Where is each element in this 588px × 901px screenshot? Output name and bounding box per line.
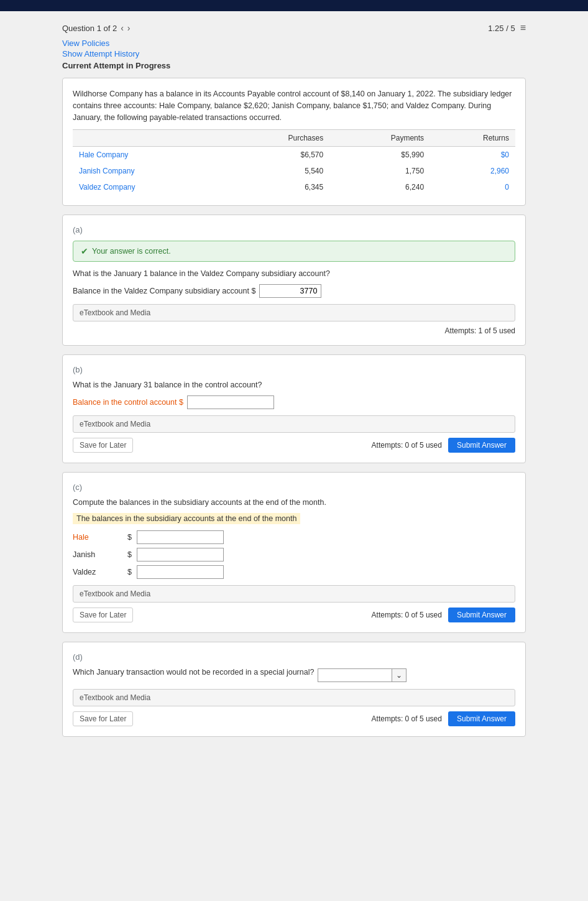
checkmark-icon: ✔ [81, 246, 88, 256]
table-row: Valdez Company 6,345 6,240 0 [73, 179, 515, 195]
section-a-answer-row: Balance in the Valdez Company subsidiary… [73, 284, 515, 298]
section-c-valdez-label: Valdez [73, 568, 122, 576]
hale-returns: $0 [430, 147, 515, 164]
section-b-footer: Save for Later Attempts: 0 of 5 used Sub… [73, 438, 515, 453]
company-hale: Hale Company [73, 147, 224, 164]
section-c-right-group: Attempts: 0 of 5 used Submit Answer [372, 608, 515, 622]
problem-description: Wildhorse Company has a balance in its A… [73, 88, 515, 123]
janish-payments: 1,750 [329, 163, 430, 179]
section-d-question: Which January transaction would not be r… [73, 668, 314, 677]
section-a-card: (a) ✔ Your answer is correct. What is th… [62, 215, 526, 346]
section-c-hale-row: Hale $ [73, 530, 515, 544]
section-c-card: (c) Compute the balances in the subsidia… [62, 472, 526, 633]
section-a-answer-label: Balance in the Valdez Company subsidiary… [73, 287, 255, 295]
section-c-valdez-input[interactable] [137, 565, 224, 579]
section-c-hale-label: Hale [73, 533, 122, 542]
section-b-etextbook[interactable]: eTextbook and Media [73, 415, 515, 433]
col-header-returns: Returns [430, 130, 515, 147]
question-nav: Question 1 of 2 ‹ › [62, 23, 131, 33]
section-a-etextbook[interactable]: eTextbook and Media [73, 304, 515, 321]
section-b-submit[interactable]: Submit Answer [448, 438, 515, 453]
section-c-label: (c) [73, 483, 515, 492]
valdez-payments: 6,240 [329, 179, 430, 195]
section-b-input[interactable] [187, 395, 274, 409]
section-d-submit[interactable]: Submit Answer [448, 711, 515, 726]
problem-table: Purchases Payments Returns Hale Company … [73, 129, 515, 195]
section-b-card: (b) What is the January 31 balance in th… [62, 354, 526, 463]
view-policies-link[interactable]: View Policies [62, 39, 526, 48]
section-d-footer: Save for Later Attempts: 0 of 5 used Sub… [73, 711, 515, 726]
current-attempt-label: Current Attempt in Progress [62, 61, 526, 70]
section-c-hale-input[interactable] [137, 530, 224, 544]
hale-purchases: $6,570 [224, 147, 329, 164]
section-a-label: (a) [73, 225, 515, 234]
section-c-submit[interactable]: Submit Answer [448, 608, 515, 622]
section-a-question: What is the January 1 balance in the Val… [73, 269, 515, 278]
table-row: Hale Company $6,570 $5,990 $0 [73, 147, 515, 164]
section-d-save-later[interactable]: Save for Later [73, 711, 133, 726]
section-c-question: Compute the balances in the subsidiary a… [73, 498, 515, 507]
section-d-question-row: Which January transaction would not be r… [73, 668, 515, 683]
col-header-payments: Payments [329, 130, 430, 147]
valdez-purchases: 6,345 [224, 179, 329, 195]
question-label: Question 1 of 2 [62, 24, 117, 33]
section-d-card: (d) Which January transaction would not … [62, 642, 526, 737]
section-a-input[interactable] [259, 284, 321, 298]
show-attempt-link[interactable]: Show Attempt History [62, 49, 526, 58]
section-c-etextbook[interactable]: eTextbook and Media [73, 585, 515, 603]
section-c-save-later[interactable]: Save for Later [73, 608, 133, 622]
section-c-sub-label: The balances in the subsidiary accounts … [73, 513, 300, 524]
section-b-question: What is the January 31 balance in the co… [73, 381, 515, 389]
section-c-janish-input[interactable] [137, 548, 224, 561]
section-c-janish-dollar: $ [127, 550, 132, 559]
section-a-attempts: Attempts: 1 of 5 used [445, 326, 515, 335]
score-value: 1.25 / 5 [488, 24, 515, 33]
section-b-right-group: Attempts: 0 of 5 used Submit Answer [372, 438, 515, 453]
section-d-dropdown-input[interactable] [318, 668, 392, 682]
company-valdez: Valdez Company [73, 179, 224, 195]
correct-banner: ✔ Your answer is correct. [73, 241, 515, 262]
section-c-janish-label: Janish [73, 550, 122, 559]
janish-returns: 2,960 [430, 163, 515, 179]
col-header-company [73, 130, 224, 147]
section-b-save-later[interactable]: Save for Later [73, 438, 133, 453]
section-d-dropdown-wrapper: ⌄ [318, 668, 407, 682]
section-b-attempts: Attempts: 0 of 5 used [372, 441, 442, 450]
section-b-answer-label: Balance in the control account $ [73, 398, 183, 407]
section-a-footer: Attempts: 1 of 5 used [73, 326, 515, 335]
correct-message: Your answer is correct. [92, 247, 171, 256]
section-c-janish-row: Janish $ [73, 548, 515, 561]
section-c-valdez-row: Valdez $ [73, 565, 515, 579]
hale-payments: $5,990 [329, 147, 430, 164]
janish-purchases: 5,540 [224, 163, 329, 179]
question-score: 1.25 / 5 ≡ [488, 22, 526, 34]
section-d-etextbook[interactable]: eTextbook and Media [73, 689, 515, 706]
section-b-answer-row: Balance in the control account $ [73, 395, 515, 409]
section-d-dropdown-arrow[interactable]: ⌄ [392, 668, 407, 682]
page-wrapper: Question 1 of 2 ‹ › 1.25 / 5 ≡ View Poli… [0, 11, 588, 764]
section-d-right-group: Attempts: 0 of 5 used Submit Answer [372, 711, 515, 726]
question-header: Question 1 of 2 ‹ › 1.25 / 5 ≡ [62, 22, 526, 34]
section-c-hale-dollar: $ [127, 533, 132, 542]
section-d-label: (d) [73, 652, 515, 662]
list-icon[interactable]: ≡ [520, 22, 526, 34]
section-c-valdez-dollar: $ [127, 568, 132, 576]
section-d-attempts: Attempts: 0 of 5 used [372, 714, 442, 723]
prev-arrow[interactable]: ‹ [121, 23, 124, 33]
top-bar [0, 0, 588, 11]
company-janish: Janish Company [73, 163, 224, 179]
table-row: Janish Company 5,540 1,750 2,960 [73, 163, 515, 179]
col-header-purchases: Purchases [224, 130, 329, 147]
next-arrow[interactable]: › [127, 23, 131, 33]
section-c-footer: Save for Later Attempts: 0 of 5 used Sub… [73, 608, 515, 622]
section-b-label: (b) [73, 365, 515, 374]
problem-card: Wildhorse Company has a balance in its A… [62, 78, 526, 206]
valdez-returns: 0 [430, 179, 515, 195]
section-c-attempts: Attempts: 0 of 5 used [372, 611, 442, 619]
